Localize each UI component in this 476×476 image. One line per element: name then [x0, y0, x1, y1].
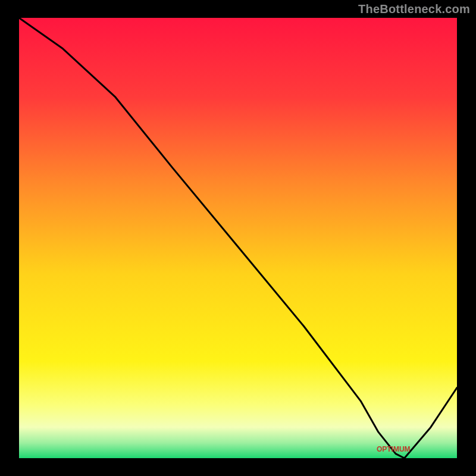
- optimal-annotation: OPTIMUM: [377, 445, 411, 453]
- bottleneck-chart: OPTIMUM: [0, 0, 476, 476]
- chart-stage: TheBottleneck.com OPTIMUM: [0, 0, 476, 476]
- plot-area: [19, 18, 457, 458]
